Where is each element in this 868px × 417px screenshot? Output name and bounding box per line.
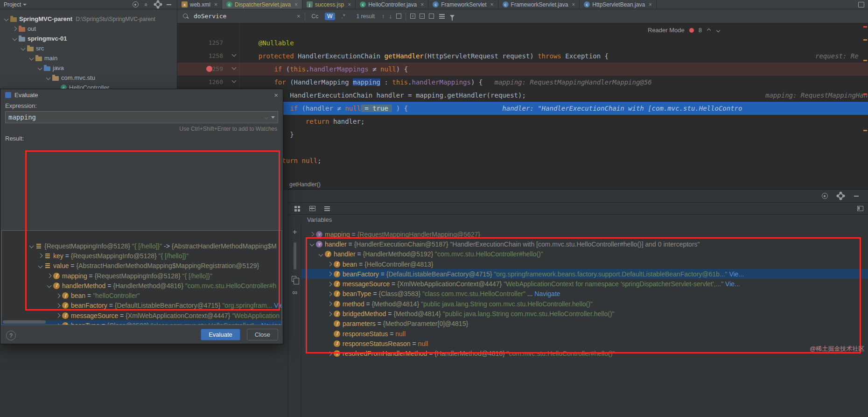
add-watch-icon[interactable]: + [293, 228, 297, 236]
chevron-down-icon[interactable] [28, 243, 35, 249]
chevron-right-icon[interactable] [55, 292, 61, 299]
value-link[interactable]: Vie... [723, 280, 740, 288]
value-link[interactable]: Vie [272, 302, 281, 309]
hide-panel-icon[interactable] [165, 0, 173, 9]
chevron-down-icon[interactable] [20, 45, 26, 52]
next-error-icon[interactable] [716, 28, 721, 33]
view-options-icon[interactable] [324, 208, 330, 209]
search-options-icon[interactable] [429, 14, 434, 19]
value-link[interactable]: Navigat [261, 322, 281, 325]
collapse-all-icon[interactable]: « [142, 0, 151, 9]
infinity-icon[interactable]: ∞ [292, 288, 297, 296]
error-count[interactable]: 8 [699, 27, 702, 34]
scrollbar-thumb[interactable] [294, 242, 296, 269]
horizontal-scrollbar-thumb[interactable] [3, 320, 46, 324]
copy-icon[interactable] [292, 276, 296, 282]
next-occurrence-icon[interactable]: ↓ [389, 13, 392, 20]
chevron-right-icon[interactable] [326, 350, 333, 357]
tab-close-icon[interactable]: × [572, 1, 575, 8]
chevron-right-icon[interactable] [326, 271, 333, 277]
project-tree-item-java[interactable]: java [0, 63, 177, 73]
result-tree-row[interactable]: {RequestMappingInfo@5128} "{ [/hello]}" … [2, 241, 281, 251]
clear-search-icon[interactable]: × [297, 13, 301, 20]
result-tree-row[interactable]: fmapping = {RequestMappingInfo@5128} "{ … [2, 271, 281, 281]
tab-HttpServletBean.java[interactable]: cHttpServletBean.java× [580, 0, 657, 9]
result-tree-row[interactable]: key = {RequestMappingInfo@5128} "{ [/hel… [2, 251, 281, 261]
chevron-right-icon[interactable] [55, 312, 61, 319]
chevron-right-icon[interactable] [55, 322, 61, 325]
tab-close-icon[interactable]: × [214, 1, 217, 8]
result-tree-row[interactable]: fbeanFactory = {DefaultListableBeanFacto… [2, 301, 281, 311]
result-tree-row[interactable]: value = {AbstractHandlerMethodMapping$Ma… [2, 261, 281, 271]
words-toggle[interactable]: W [325, 13, 335, 20]
tab-FrameworkServlet[interactable]: cFrameworkServlet× [428, 0, 498, 9]
variables-tree-row[interactable]: fmethod = {Method@4814} "public java.lan… [301, 299, 868, 309]
fold-icon[interactable] [231, 51, 237, 57]
project-tree-item-src[interactable]: src [0, 43, 177, 53]
chevron-down-icon[interactable] [11, 35, 18, 42]
tab-close-icon[interactable]: × [294, 1, 298, 8]
chevron-down-icon[interactable] [308, 241, 315, 247]
match-case-toggle[interactable]: Cc [309, 13, 321, 20]
tab-FrameworkServlet.java[interactable]: cFrameworkServlet.java× [498, 0, 580, 9]
restore-layout-icon[interactable] [857, 206, 863, 211]
fold-icon[interactable] [231, 77, 237, 84]
tab-DispatcherServlet.java[interactable]: cDispatcherServlet.java× [222, 0, 302, 9]
variables-tree-row[interactable]: fbeanType = {Class@3583} "class com.mvc.… [301, 289, 868, 299]
chevron-right-icon[interactable] [11, 26, 18, 32]
project-tree-item-out[interactable]: out [0, 24, 177, 34]
chevron-down-icon[interactable] [37, 262, 43, 269]
add-occurrence-icon[interactable]: + [410, 14, 415, 19]
close-button[interactable]: Close [247, 329, 278, 340]
select-all-occurrences-icon[interactable] [396, 14, 401, 19]
previous-error-icon[interactable] [707, 28, 711, 33]
breadcrumb-method[interactable]: getHandler() [289, 181, 321, 188]
settings-gear-icon[interactable] [154, 0, 162, 9]
tab-success.jsp[interactable]: jsuccess.jsp× [302, 0, 356, 9]
code-line[interactable]: 1257 @Nullable [177, 36, 868, 49]
variables-tree-row[interactable]: fparameters = {MethodParameter[0]@4815} [301, 319, 868, 329]
variables-tree-row[interactable]: vhandler = {HandlerExecutionChain@5187} … [301, 239, 868, 249]
value-link[interactable]: Navigate [534, 290, 560, 297]
tab-HelloController.java[interactable]: cHelloController.java× [356, 0, 428, 9]
layout-grid-icon[interactable] [294, 206, 300, 212]
regex-toggle[interactable]: .* [339, 13, 348, 20]
tab-web.xml[interactable]: xweb.xml× [177, 0, 222, 9]
chevron-right-icon[interactable] [46, 273, 52, 279]
fold-icon[interactable] [231, 64, 237, 71]
chevron-right-icon[interactable] [326, 261, 333, 268]
variables-tree-row[interactable]: fmessageSource = {XmlWebApplicationConte… [301, 279, 868, 289]
result-tree-row[interactable]: fmessageSource = {XmlWebApplicationConte… [2, 311, 281, 320]
close-icon[interactable]: × [274, 91, 278, 99]
variables-tree-row[interactable]: fresponseStatusReason = null [301, 339, 868, 348]
reader-mode-label[interactable]: Reader Mode [648, 27, 685, 34]
breakpoint-icon[interactable] [206, 66, 212, 72]
chevron-right-icon[interactable] [55, 302, 61, 309]
project-tree-item-SpringMVC-parent[interactable]: SpringMVC-parentD:\SpringStu\SpringMVC-p… [0, 14, 177, 24]
project-tree-item-springmvc-01[interactable]: springmvc-01 [0, 34, 177, 43]
project-tree-item-main[interactable]: main [0, 53, 177, 63]
settings-gear-icon[interactable] [836, 192, 845, 200]
value-link[interactable]: Vie... [728, 270, 744, 278]
code-line[interactable]: 1259 if (this.handlerMappings ≠ null) { [177, 63, 868, 76]
project-dropdown[interactable]: Project [4, 1, 27, 8]
result-tree-row[interactable]: fbean = "helloController" [2, 290, 281, 300]
chevron-down-icon[interactable] [46, 283, 52, 289]
table-view-icon[interactable] [309, 206, 315, 211]
filter-icon[interactable] [450, 15, 455, 18]
variables-tree-row[interactable]: vmapping = {RequestMappingHandlerMapping… [301, 229, 868, 239]
chevron-down-icon[interactable] [36, 65, 43, 71]
variables-tree-row[interactable]: fresolvedFromHandlerMethod = {HandlerMet… [301, 349, 868, 359]
expression-field[interactable]: ⌵ [5, 111, 278, 123]
chevron-right-icon[interactable] [326, 281, 333, 287]
variables-tree-row[interactable]: fbean = {HelloController@4813} [301, 259, 868, 269]
project-tree-item-com.mvc.stu[interactable]: com.mvc.stu [0, 73, 177, 83]
tab-close-icon[interactable]: × [649, 1, 652, 8]
evaluate-button[interactable]: Evaluate [201, 329, 240, 340]
chevron-right-icon[interactable] [326, 311, 333, 317]
expression-input[interactable] [8, 113, 265, 121]
code-line[interactable]: 1258 protected HandlerExecutionChain get… [177, 49, 868, 63]
locate-file-icon[interactable] [131, 0, 140, 9]
variables-tree-row[interactable]: fresponseStatus = null [301, 329, 868, 339]
chevron-right-icon[interactable] [326, 301, 333, 307]
